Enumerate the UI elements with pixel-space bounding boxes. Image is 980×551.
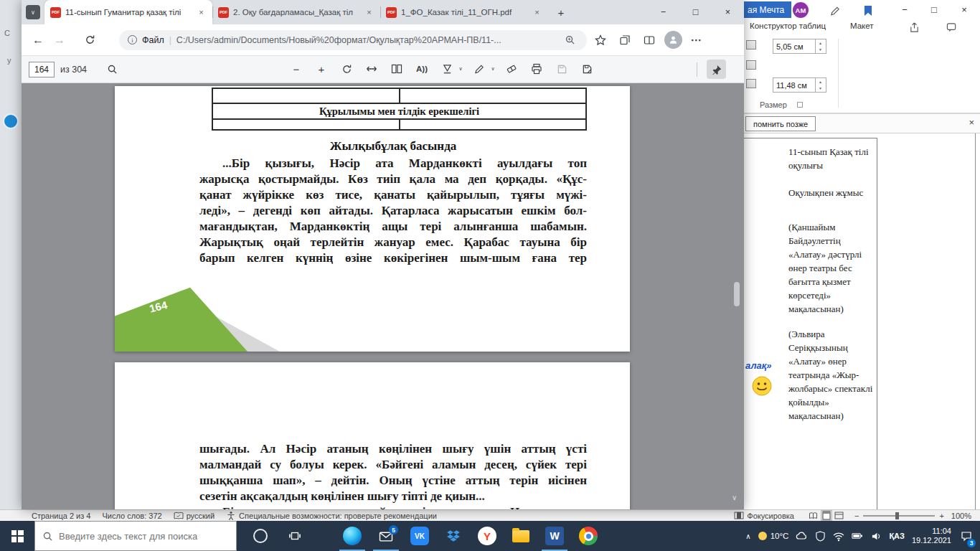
zoom-slider-thumb[interactable] — [895, 512, 899, 519]
task-view-button[interactable] — [278, 521, 311, 551]
column-width-input[interactable] — [773, 78, 815, 92]
page-count-status[interactable]: Страница 2 из 4 — [32, 512, 90, 520]
taskbar-yandex-button[interactable]: Y — [471, 521, 504, 551]
pin-toolbar-button[interactable] — [707, 60, 726, 79]
fit-width-icon[interactable] — [362, 60, 381, 78]
hidden-icons-chevron[interactable]: ∧ — [745, 532, 750, 540]
volume-icon[interactable] — [870, 530, 882, 542]
spinner-up-icon[interactable]: ▲ — [816, 39, 825, 47]
refresh-button[interactable] — [79, 29, 100, 51]
eraser-icon[interactable] — [502, 60, 521, 78]
taskbar-mail-button[interactable]: 5 — [369, 521, 402, 551]
accessibility-status[interactable]: Специальные возможности: проверьте реком… — [226, 511, 437, 521]
notification-close-icon[interactable]: × — [969, 117, 974, 128]
word-minimize-button[interactable]: − — [891, 0, 918, 19]
taskbar-dropbox-button[interactable] — [437, 521, 470, 551]
taskbar-vk-button[interactable]: VK — [403, 521, 436, 551]
new-tab-button[interactable]: + — [554, 5, 568, 19]
save-icon[interactable] — [552, 60, 571, 78]
web-layout-button[interactable] — [834, 511, 844, 520]
print-icon[interactable] — [527, 60, 546, 78]
back-button[interactable]: ← — [27, 29, 49, 51]
keyboard-language-indicator[interactable]: ҚАЗ — [889, 532, 905, 540]
edge-minimize-button[interactable]: − — [647, 0, 679, 24]
document-text-column[interactable]: 11-сынып Қазақ тілі оқулығы Оқулықпен жұ… — [788, 145, 877, 423]
ink-pen-icon[interactable] — [829, 4, 842, 17]
spellcheck-status[interactable]: русский — [174, 512, 215, 520]
cortana-button[interactable] — [244, 521, 277, 551]
spinner-up-icon[interactable]: ▲ — [816, 78, 825, 85]
taskbar-clock[interactable]: 11:04 19.12.2021 — [912, 527, 951, 545]
share-icon[interactable] — [908, 21, 920, 34]
search-document-icon[interactable] — [103, 60, 121, 79]
highlight-dropdown-caret[interactable]: ∨ — [458, 60, 463, 78]
tab-close-icon[interactable]: × — [364, 7, 374, 18]
spinner-down-icon[interactable]: ▼ — [816, 85, 825, 93]
zoom-slider[interactable] — [863, 515, 935, 517]
print-layout-button[interactable] — [821, 511, 831, 520]
rotate-icon[interactable] — [337, 60, 356, 78]
word-count-status[interactable]: Число слов: 372 — [102, 512, 161, 520]
word-close-button[interactable]: × — [951, 0, 978, 19]
favorites-star-icon[interactable] — [590, 29, 611, 51]
network-icon[interactable] — [833, 530, 844, 542]
taskbar-edge-button[interactable] — [336, 521, 369, 551]
desktop-icon[interactable] — [3, 113, 19, 129]
highlight-tool-icon[interactable] — [438, 60, 456, 78]
comments-icon[interactable] — [945, 21, 958, 34]
word-maximize-button[interactable]: □ — [920, 0, 948, 19]
column-width-spinner[interactable]: ▲ ▼ — [815, 78, 825, 92]
spinner-down-icon[interactable]: ▼ — [816, 47, 825, 54]
draw-pen-icon[interactable] — [470, 60, 489, 78]
pdf-scrollbar-thumb[interactable] — [734, 282, 740, 306]
read-mode-button[interactable] — [809, 511, 819, 520]
word-document-area[interactable]: 11-сынып Қазақ тілі оқулығы Оқулықпен жұ… — [744, 133, 980, 509]
info-icon[interactable]: i — [128, 35, 137, 44]
save-as-icon[interactable] — [578, 60, 596, 78]
battery-icon[interactable] — [852, 530, 863, 542]
size-dialog-launcher[interactable] — [797, 102, 803, 108]
profile-avatar[interactable] — [664, 31, 682, 49]
zoom-in-button[interactable]: + — [939, 512, 943, 520]
page-number-input[interactable] — [29, 62, 55, 77]
read-aloud-button[interactable]: A)) — [413, 60, 431, 78]
zoom-out-button[interactable]: − — [287, 60, 306, 78]
action-center-button[interactable]: 3 — [958, 521, 974, 551]
defender-shield-icon[interactable] — [814, 530, 826, 542]
browser-tab-1[interactable]: PDF 11-сынып Гуманитар қазақ тілі × — [44, 0, 212, 24]
pdf-viewer-canvas[interactable]: Құрылымы мен тілдік ерекшелігі Жылқыбұла… — [22, 83, 744, 509]
taskbar-search-box[interactable] — [34, 521, 237, 551]
address-bar[interactable]: i Файл | C:/Users/admin/Documents/Новый%… — [119, 30, 587, 50]
page-view-icon[interactable] — [387, 60, 406, 78]
split-screen-icon[interactable] — [639, 29, 660, 51]
taskbar-explorer-button[interactable] — [504, 521, 537, 551]
zoom-out-button[interactable]: − — [854, 512, 859, 520]
pen-dropdown-caret[interactable]: ∨ — [490, 60, 496, 78]
tab-table-layout[interactable]: Макет — [850, 22, 874, 30]
table-column-width-field[interactable]: ▲ ▼ — [773, 77, 826, 93]
browser-tab-2[interactable]: PDF 2. Оқу бағдарламасы_Қазақ тіл × — [212, 0, 380, 24]
onedrive-cloud-icon[interactable] — [796, 530, 807, 542]
start-button[interactable] — [0, 521, 34, 551]
zoom-in-button[interactable]: + — [312, 60, 331, 78]
scroll-down-icon[interactable]: ∨ — [732, 494, 737, 501]
word-account-avatar[interactable]: АМ — [793, 2, 809, 18]
edge-close-button[interactable]: × — [712, 0, 744, 24]
browser-tab-3[interactable]: PDF 1_ФО_Казак тілі_11_ОГН.pdf × — [380, 0, 548, 24]
zoom-search-icon[interactable] — [561, 32, 578, 49]
edge-maximize-button[interactable]: □ — [679, 0, 712, 24]
tab-table-design[interactable]: Конструктор таблиц — [750, 22, 826, 30]
table-row-height-field[interactable]: ▲ ▼ — [773, 39, 826, 54]
bookmark-icon[interactable] — [862, 4, 875, 17]
focus-mode-button[interactable]: Фокусировка — [734, 511, 794, 520]
remind-later-button[interactable]: помнить позже — [745, 116, 816, 131]
collections-icon[interactable] — [614, 29, 636, 51]
tab-close-icon[interactable]: × — [196, 7, 207, 18]
tab-close-icon[interactable]: × — [532, 7, 542, 18]
tab-search-menu-button[interactable]: ∨ — [26, 5, 40, 19]
settings-more-button[interactable]: ⋯ — [685, 29, 707, 51]
zoom-percentage[interactable]: 100% — [951, 512, 971, 520]
taskbar-search-input[interactable] — [59, 531, 224, 542]
row-height-input[interactable] — [773, 39, 815, 53]
forward-button[interactable]: → — [49, 29, 70, 51]
